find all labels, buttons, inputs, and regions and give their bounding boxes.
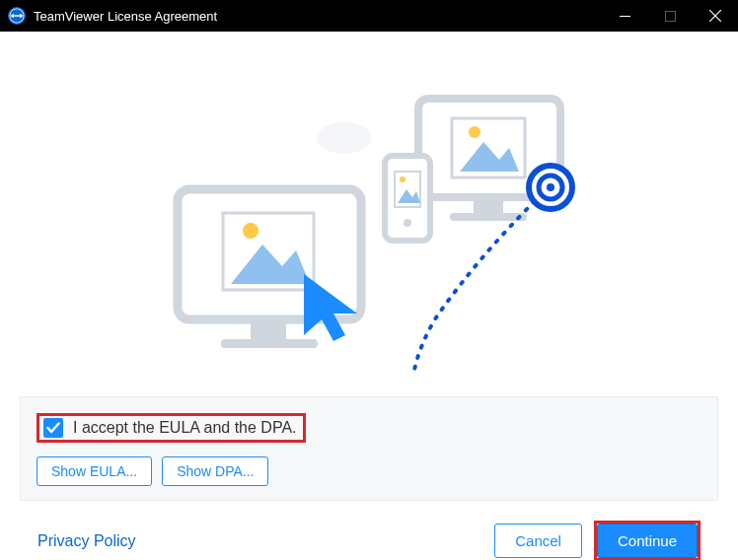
svg-point-16 [469,126,480,138]
link-buttons: Show EULA... Show DPA... [37,456,701,486]
window-title: TeamViewer License Agreement [34,9,602,24]
illustration [20,61,718,377]
svg-point-22 [404,219,411,227]
svg-point-26 [547,183,554,191]
accept-row: I accept the EULA and the DPA. [37,413,701,443]
continue-button[interactable]: Continue [597,524,698,558]
svg-rect-14 [450,213,527,221]
agreement-panel: I accept the EULA and the DPA. Show EULA… [20,396,718,501]
accept-label: I accept the EULA and the DPA. [73,419,297,437]
svg-rect-5 [620,16,630,17]
svg-point-31 [243,223,258,239]
accept-checkbox[interactable] [43,418,63,438]
maximize-button [647,0,693,32]
svg-point-9 [317,122,372,154]
content: I accept the EULA and the DPA. Show EULA… [0,32,738,560]
titlebar: TeamViewer License Agreement [0,0,738,32]
privacy-policy-link[interactable]: Privacy Policy [37,532,136,550]
highlight-accept: I accept the EULA and the DPA. [37,413,306,443]
svg-point-20 [400,176,406,182]
close-button[interactable] [693,0,738,32]
svg-rect-28 [251,321,286,339]
svg-rect-6 [665,11,675,21]
show-eula-button[interactable]: Show EULA... [37,456,152,486]
svg-rect-4 [14,15,20,17]
highlight-continue: Continue [594,521,701,560]
footer: Privacy Policy Cancel Continue [20,521,718,560]
teamviewer-icon [8,7,26,25]
svg-rect-29 [221,339,318,348]
show-dpa-button[interactable]: Show DPA... [162,456,268,486]
window-controls [602,0,738,32]
svg-rect-13 [474,199,503,213]
minimize-button[interactable] [602,0,647,32]
cancel-button[interactable]: Cancel [494,524,582,558]
